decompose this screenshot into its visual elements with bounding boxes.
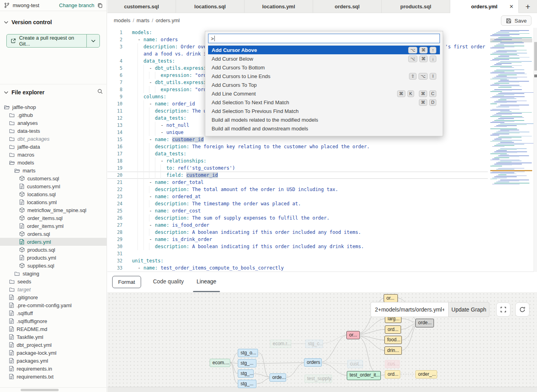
editor-line-31[interactable]: 31 — [107, 250, 488, 257]
code-text[interactable]: - relationships: — [132, 157, 488, 164]
palette-item-build-all-models-related-to-the-modified-models[interactable]: Build all models related to the modified… — [208, 115, 440, 124]
sidebar-hscrollbar[interactable] — [0, 387, 107, 392]
code-text[interactable]: - name: order_cost — [132, 207, 488, 214]
file-tree-item-package-lock-yml[interactable]: package-lock.yml — [0, 349, 107, 357]
file-tree-item-locations-yml[interactable]: locations.yml — [0, 198, 107, 206]
search-icon[interactable] — [97, 88, 103, 96]
file-tree-item-macros[interactable]: macros — [0, 151, 107, 159]
refresh-button[interactable] — [515, 302, 529, 317]
minimap[interactable] — [490, 29, 532, 181]
file-tree-item-dbt-packages[interactable]: dbt_packages — [0, 135, 107, 143]
tab-locations-yml[interactable]: locations.yml — [245, 0, 313, 13]
code-text[interactable]: unit_tests: — [132, 257, 488, 264]
lineage-node-ord[interactable]: ord... — [385, 325, 401, 334]
file-tree-item-packages-yml[interactable]: packages.yml — [0, 357, 107, 365]
lineage-node-cust[interactable]: cust... — [347, 360, 363, 368]
file-tree-item-customers-yml[interactable]: customers.yml — [0, 182, 107, 190]
file-tree-item-locations-sql[interactable]: locations.sql — [0, 190, 107, 198]
lineage-canvas[interactable]: Update Graph ecom....ecom.r...stg_c...st… — [107, 292, 537, 392]
lineage-node-cus[interactable]: cus... — [385, 360, 400, 368]
file-tree-item-analyses[interactable]: analyses — [0, 119, 107, 127]
palette-item-add-cursors-to-line-ends[interactable]: Add Cursors to Line Ends⇧⌥I — [208, 72, 440, 80]
lineage-node-stg[interactable]: stg_... — [238, 369, 254, 378]
editor-line-32[interactable]: 32unit_tests: — [107, 257, 488, 264]
palette-item-build-all-modified-and-downstream-models[interactable]: Build all modified and downstream models — [208, 124, 440, 133]
lineage-node-ecom[interactable]: ecom.... — [210, 359, 230, 367]
palette-item-add-line-comment[interactable]: Add Line Comment⌘K⌘C — [208, 89, 440, 98]
editor-line-22[interactable]: 22 description: The total amount of the … — [107, 186, 488, 193]
code-text[interactable]: to: ref('stg_customers') — [132, 164, 488, 172]
copy-icon[interactable] — [97, 2, 103, 8]
lineage-node-ecom-r[interactable]: ecom.r... — [270, 340, 291, 348]
file-tree-item-dbt-project-yml[interactable]: dbt_project.yml — [0, 341, 107, 349]
file-tree-item-target[interactable]: target — [0, 285, 107, 293]
lineage-node-orde[interactable]: orde... — [269, 373, 286, 382]
file-tree-item-staging[interactable]: staging — [0, 270, 107, 277]
breadcrumb-part[interactable]: orders.yml — [156, 17, 180, 23]
file-tree-item-models[interactable]: models — [0, 159, 107, 166]
file-tree-item-orders-sql[interactable]: orders.sql — [0, 230, 107, 238]
code-text[interactable] — [132, 250, 488, 257]
code-text[interactable]: - name: is_food_order — [132, 222, 488, 229]
scrollbar-thumb[interactable] — [21, 389, 59, 391]
file-tree-item-orders-yml[interactable]: orders.yml — [0, 238, 107, 246]
code-text[interactable]: description: The sum of supply expenses … — [132, 214, 488, 222]
editor-line-19[interactable]: 19 to: ref('stg_customers') — [107, 164, 488, 172]
breadcrumb-part[interactable]: models — [114, 17, 130, 23]
editor-line-26[interactable]: 26 description: The sum of supply expens… — [107, 214, 488, 222]
fullscreen-button[interactable] — [496, 302, 510, 317]
tab-orders-yml[interactable]: orders.yml✕ — [450, 0, 519, 13]
code-text[interactable]: description: A boolean indicating if thi… — [132, 243, 488, 250]
new-tab-button[interactable]: + — [521, 0, 535, 13]
lineage-node-test-order-it[interactable]: test_order_it... — [347, 371, 381, 380]
file-tree-item-readme-md[interactable]: README.md — [0, 325, 107, 333]
file-tree-item-products-yml[interactable]: products.yml — [0, 254, 107, 262]
lineage-node-or[interactable]: or... — [384, 294, 398, 302]
editor-line-33[interactable]: 33 - name: test_order_items_compute_to_b… — [107, 264, 488, 272]
code-text[interactable]: - name: order_total — [132, 179, 488, 186]
pr-dropdown-caret[interactable] — [86, 34, 99, 47]
file-tree-item-requirements-in[interactable]: requirements.in — [0, 365, 107, 373]
file-tree-item-pre-commit-config-yaml[interactable]: .pre-commit-config.yaml — [0, 301, 107, 309]
update-graph-button[interactable]: Update Graph — [448, 302, 489, 317]
code-text[interactable]: - name: is_drink_order — [132, 236, 488, 243]
lineage-node-orders[interactable]: orders — [304, 358, 322, 367]
tab-orders-sql[interactable]: orders.sql — [313, 0, 382, 13]
editor-line-25[interactable]: 25 - name: order_cost — [107, 207, 488, 214]
scrollbar-thumb[interactable] — [534, 42, 537, 71]
lineage-node-stg-o[interactable]: stg_o... — [238, 349, 258, 357]
tab-products-sql[interactable]: products.sql — [382, 0, 450, 13]
lineage-node-drin[interactable]: drin... — [384, 346, 402, 355]
code-text[interactable]: description: A boolean indicating if thi… — [132, 229, 488, 236]
lineage-node-test-supply[interactable]: test_supply... — [304, 375, 332, 383]
tab-lineage[interactable]: Lineage — [197, 272, 216, 291]
file-tree-item-jaffle-data[interactable]: jaffle-data — [0, 143, 107, 151]
create-pull-request-button[interactable]: Create a pull request on Git... — [6, 34, 100, 48]
change-branch-link[interactable]: Change branch — [59, 2, 94, 8]
file-tree-item-gitignore[interactable]: .gitignore — [0, 293, 107, 301]
editor-line-30[interactable]: 30 description: A boolean indicating if … — [107, 243, 488, 250]
file-tree-item-order-items-sql[interactable]: order_items.sql — [0, 214, 107, 222]
editor-line-18[interactable]: 18 - relationships: — [107, 157, 488, 164]
tab-code-quality[interactable]: Code quality — [153, 272, 184, 291]
lineage-node-ord[interactable]: ord... — [385, 370, 400, 379]
editor-line-28[interactable]: 28 description: A boolean indicating if … — [107, 229, 488, 236]
editor-line-15[interactable]: 15 - name: customer_id — [107, 136, 488, 143]
palette-item-add-selection-to-next-find-match[interactable]: Add Selection To Next Find Match⌘D — [208, 98, 440, 107]
file-tree-item-data-tests[interactable]: data-tests — [0, 127, 107, 135]
editor-line-29[interactable]: 29 - name: is_drink_order — [107, 236, 488, 243]
file-tree-item-jaffle-shop[interactable]: jaffle-shop — [0, 103, 107, 111]
palette-item-add-cursor-below[interactable]: Add Cursor Below⌥⌘↓ — [208, 54, 440, 63]
file-tree-item-sqlfluff[interactable]: .sqlfluff — [0, 309, 107, 317]
palette-item-add-selection-to-previous-find-match[interactable]: Add Selection To Previous Find Match — [208, 107, 440, 115]
file-tree-item-requirements-txt[interactable]: requirements.txt — [0, 373, 107, 381]
editor-line-27[interactable]: 27 - name: is_food_order — [107, 222, 488, 229]
lineage-node-stg-c[interactable]: stg_c... — [305, 340, 323, 348]
file-tree-item-customers-sql[interactable]: customers.sql — [0, 174, 107, 182]
file-tree-item-github[interactable]: .github — [0, 111, 107, 119]
version-control-header[interactable]: Version control — [4, 19, 52, 25]
file-tree-item-products-sql[interactable]: products.sql — [0, 246, 107, 254]
editor-line-21[interactable]: 21 - name: order_total — [107, 179, 488, 186]
lineage-node-or[interactable]: or... — [346, 331, 360, 339]
code-text[interactable]: description: The timestamp the order was… — [132, 200, 488, 207]
